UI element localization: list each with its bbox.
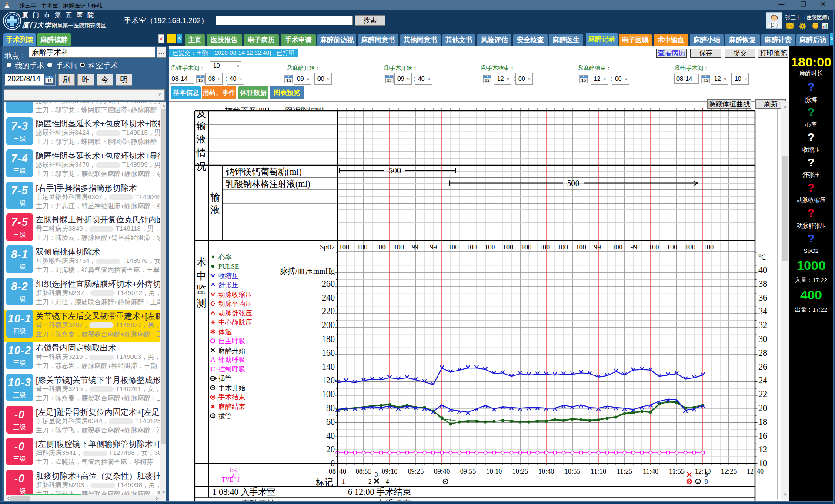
svg-text:32: 32 [758,320,767,330]
svg-text:PULSE: PULSE [218,262,239,270]
svg-text:乳酸钠林格注射液(ml): 乳酸钠林格注射液(ml) [226,179,310,189]
svg-text:100: 100 [612,243,623,251]
svg-text:80: 80 [326,403,335,413]
svg-text:40: 40 [326,431,335,441]
svg-text:180: 180 [322,334,335,344]
svg-text:况: 况 [197,161,206,172]
svg-text:f: f [237,477,240,483]
svg-text:36: 36 [758,293,767,302]
svg-text:30: 30 [758,334,767,344]
svg-text:500: 500 [389,166,401,175]
svg-text:220: 220 [322,306,335,316]
svg-text:15: 15 [704,78,708,83]
svg-text:3: 3 [375,471,378,478]
svg-text:12:10: 12:10 [695,468,711,475]
svg-text:40: 40 [339,468,346,475]
svg-text:38: 38 [758,279,767,288]
svg-text:10:10: 10:10 [486,468,502,475]
svg-text:26: 26 [758,362,767,371]
svg-text:160: 160 [322,348,335,358]
svg-text:1 08:40 入手术室: 1 08:40 入手术室 [212,487,276,497]
svg-text:140: 140 [322,362,335,371]
svg-text:手术开始: 手术开始 [218,384,246,391]
svg-text:34: 34 [758,306,767,316]
svg-text:22: 22 [758,389,767,399]
svg-text:拔管: 拔管 [218,412,232,420]
svg-text:200: 200 [322,320,335,330]
svg-text:08:55: 08:55 [356,468,371,475]
svg-text:10:25: 10:25 [512,468,528,475]
svg-text:120: 120 [322,375,335,385]
svg-text:收缩压: 收缩压 [218,272,239,279]
svg-text:标记: 标记 [316,477,333,487]
svg-text:28: 28 [758,348,767,358]
svg-text:100: 100 [357,243,367,251]
svg-text:100: 100 [484,243,495,251]
svg-text:A: A [210,356,216,363]
svg-text:15: 15 [198,78,203,83]
svg-text:℃: ℃ [758,253,766,262]
svg-text:动脉收缩压: 动脉收缩压 [218,291,252,298]
svg-text:99: 99 [430,243,437,251]
svg-text:瑞芬太尼(ug) 丙泊酚(mg): 瑞芬太尼(ug) 丙泊酚(mg) [225,105,324,114]
svg-text:15: 15 [287,78,291,83]
svg-text:体温: 体温 [218,328,232,335]
svg-text:20: 20 [758,403,767,413]
svg-text:15: 15 [581,78,586,83]
svg-text:I:E: I:E [229,467,237,474]
svg-text:6 12:00 手术结束: 6 12:00 手术结束 [348,487,411,497]
svg-text:术: 术 [197,257,207,268]
svg-text:辅助呼吸: 辅助呼吸 [218,356,245,363]
svg-text:100: 100 [503,243,513,251]
svg-text:99: 99 [630,243,637,251]
svg-text:监: 监 [197,284,207,295]
svg-text:24: 24 [758,375,767,385]
svg-text:心率: 心率 [218,253,232,261]
svg-text:09:55: 09:55 [460,468,476,475]
svg-text:动脉舒张压: 动脉舒张压 [218,309,252,317]
svg-text:10: 10 [758,458,767,468]
svg-text:18: 18 [758,417,767,427]
svg-text:40: 40 [757,468,764,475]
svg-text:500: 500 [567,179,580,188]
svg-text:测: 测 [197,298,207,309]
svg-text:插管: 插管 [218,375,232,382]
svg-text:20: 20 [326,444,335,454]
svg-text:及: 及 [197,108,206,119]
svg-text:260: 260 [322,279,335,288]
svg-text:钠钾镁钙葡萄糖(ml): 钠钾镁钙葡萄糖(ml) [226,167,301,177]
svg-text:100: 100 [576,243,586,251]
svg-text:舒张压: 舒张压 [218,281,239,288]
svg-text:15: 15 [47,78,52,83]
svg-text:Sp02: Sp02 [320,243,335,251]
svg-text:12: 12 [747,468,754,475]
svg-text:10:55: 10:55 [564,468,580,475]
svg-text:4: 4 [386,478,389,485]
svg-text:100: 100 [539,243,550,251]
svg-text:9: 9 [705,471,708,478]
svg-text:100: 100 [375,243,386,251]
svg-text:中心静脉压: 中心静脉压 [218,318,252,326]
svg-text:08: 08 [329,468,336,475]
svg-text:100: 100 [448,243,458,251]
svg-text:100: 100 [648,243,659,251]
svg-text:15: 15 [387,78,392,83]
svg-text:40: 40 [758,265,767,275]
svg-text:10:40: 10:40 [538,468,554,475]
svg-text:100: 100 [685,243,695,251]
svg-text:99: 99 [412,243,419,251]
svg-text:液: 液 [210,204,220,215]
svg-text:控制呼吸: 控制呼吸 [218,365,245,373]
svg-text:麻醉开始: 麻醉开始 [218,347,246,354]
svg-text:240: 240 [322,293,335,302]
svg-text:8: 8 [705,478,708,485]
svg-text:2: 2 [368,478,372,485]
svg-text:100: 100 [703,243,714,251]
svg-text:11:55: 11:55 [669,468,685,475]
svg-text:12:25: 12:25 [721,468,737,475]
svg-text:100: 100 [667,243,677,251]
svg-text:麻醉结束: 麻醉结束 [218,403,245,410]
svg-text:C: C [210,365,215,373]
svg-text:输: 输 [197,120,206,131]
svg-text:12: 12 [758,444,767,454]
